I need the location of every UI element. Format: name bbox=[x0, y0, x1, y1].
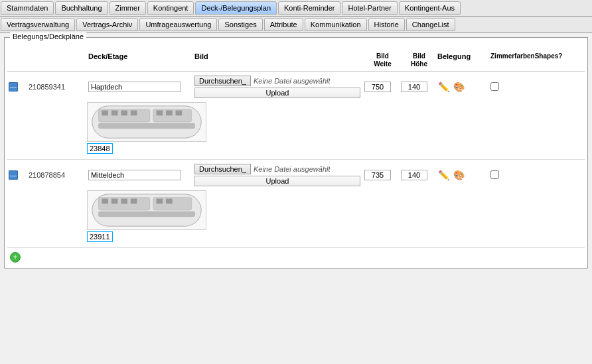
svg-rect-7 bbox=[131, 111, 137, 116]
tab-zimmer[interactable]: Zimmer bbox=[110, 1, 146, 15]
header-bild-weite: BildWeite bbox=[364, 52, 401, 68]
svg-rect-6 bbox=[121, 111, 127, 116]
palette-icon-1[interactable]: 🎨 bbox=[453, 81, 465, 93]
header-bild-hoehe: BildHöhe bbox=[401, 52, 437, 68]
svg-rect-15 bbox=[102, 199, 108, 204]
upload-btn-2[interactable]: Upload bbox=[194, 176, 360, 186]
file-section-2: Durchsuchen_ Keine Datei ausgewählt Uplo… bbox=[194, 164, 364, 186]
svg-rect-4 bbox=[102, 111, 108, 116]
shapes-checkbox-1[interactable] bbox=[490, 82, 499, 91]
shapes-checkbox-2[interactable] bbox=[490, 170, 499, 179]
minus-btn-2[interactable]: — bbox=[9, 170, 18, 180]
nav-bar-second: Vertragsverwaltung Vertrags-Archiv Umfra… bbox=[0, 17, 592, 33]
svg-rect-3 bbox=[99, 123, 195, 129]
tab-konti-reminder[interactable]: Konti-Reminder bbox=[278, 1, 340, 15]
file-row-2: Durchsuchen_ Keine Datei ausgewählt bbox=[194, 164, 364, 174]
svg-rect-9 bbox=[166, 111, 173, 116]
palette-icon-2[interactable]: 🎨 bbox=[453, 169, 465, 181]
image-id-box-1: 23848 bbox=[87, 143, 113, 154]
main-content: Belegungs/Deckpläne Deck/Etage Bild Bild… bbox=[0, 33, 592, 273]
svg-rect-5 bbox=[111, 111, 118, 116]
tab-kommunikation[interactable]: Kommunikation bbox=[305, 18, 367, 31]
ship-svg-2 bbox=[87, 190, 206, 230]
tab-attribute[interactable]: Attribute bbox=[264, 18, 303, 31]
browse-btn-2[interactable]: Durchsuchen_ bbox=[194, 164, 251, 174]
svg-rect-14 bbox=[99, 212, 195, 217]
belegung-icons-2: ✏️ 🎨 bbox=[437, 169, 490, 181]
bild-hoehe-input-2[interactable] bbox=[401, 170, 427, 180]
deck-name-cell-2 bbox=[88, 170, 194, 180]
deck-row-1-main: — 210859341 Durchsuchen_ Keine Datei aus… bbox=[7, 74, 585, 99]
bild-hoehe-cell-1 bbox=[401, 82, 437, 92]
header-deck-etage: Deck/Etage bbox=[88, 52, 194, 68]
upload-btn-1[interactable]: Upload bbox=[194, 88, 360, 98]
svg-rect-17 bbox=[121, 199, 127, 204]
deck-row-2-main: — 210878854 Durchsuchen_ Keine Datei aus… bbox=[7, 162, 585, 188]
nav-bar-top: Stammdaten Buchhaltung Zimmer Kontingent… bbox=[0, 0, 592, 17]
file-row-1: Durchsuchen_ Keine Datei ausgewählt bbox=[194, 76, 364, 86]
file-label-2: Keine Datei ausgewählt bbox=[254, 165, 331, 173]
header-bild: Bild bbox=[194, 52, 364, 68]
image-preview-1: 23848 bbox=[87, 102, 585, 154]
header-belegung: Belegung bbox=[437, 52, 490, 68]
add-deck-button[interactable]: + bbox=[10, 252, 21, 263]
file-label-1: Keine Datei ausgewählt bbox=[254, 77, 331, 85]
deck-name-input-2[interactable] bbox=[88, 170, 181, 180]
deck-row-1: — 210859341 Durchsuchen_ Keine Datei aus… bbox=[7, 72, 585, 160]
deck-name-cell-1 bbox=[88, 82, 194, 92]
svg-rect-19 bbox=[157, 199, 163, 204]
bild-hoehe-input-1[interactable] bbox=[401, 82, 427, 92]
svg-rect-16 bbox=[111, 199, 118, 204]
header-col2 bbox=[29, 52, 88, 68]
svg-rect-18 bbox=[131, 199, 137, 204]
section-box: Belegungs/Deckpläne Deck/Etage Bild Bild… bbox=[4, 37, 588, 269]
tab-vertrags-archiv[interactable]: Vertrags-Archiv bbox=[76, 18, 138, 31]
tab-buchhaltung[interactable]: Buchhaltung bbox=[55, 1, 108, 15]
svg-rect-20 bbox=[166, 199, 173, 204]
edit-icon-1[interactable]: ✏️ bbox=[437, 81, 450, 93]
bild-hoehe-cell-2 bbox=[401, 170, 437, 180]
bild-weite-cell-1 bbox=[364, 82, 401, 92]
browse-btn-1[interactable]: Durchsuchen_ bbox=[194, 76, 251, 86]
tab-kontingent-aus[interactable]: Kontingent-Aus bbox=[399, 1, 461, 15]
svg-rect-8 bbox=[157, 111, 163, 116]
deck-id-1: 210859341 bbox=[29, 83, 88, 91]
ship-svg-1 bbox=[87, 102, 206, 142]
shapes-checkbox-cell-1 bbox=[490, 82, 544, 92]
tab-kontingent[interactable]: Kontingent bbox=[147, 1, 194, 15]
shapes-checkbox-cell-2 bbox=[490, 170, 544, 180]
header-col1 bbox=[9, 52, 29, 68]
tab-vertragsverwaltung[interactable]: Vertragsverwaltung bbox=[1, 18, 75, 31]
header-col9 bbox=[544, 52, 583, 68]
edit-icon-2[interactable]: ✏️ bbox=[437, 169, 450, 181]
bild-weite-input-1[interactable] bbox=[364, 82, 391, 92]
deck-name-input-1[interactable] bbox=[88, 82, 181, 92]
tab-deck[interactable]: Deck-/Belegungsplan bbox=[195, 1, 277, 15]
minus-btn-1[interactable]: — bbox=[9, 82, 18, 91]
table-header: Deck/Etage Bild BildWeite BildHöhe Beleg… bbox=[7, 50, 585, 72]
bild-weite-cell-2 bbox=[364, 170, 401, 180]
tab-stammdaten[interactable]: Stammdaten bbox=[1, 1, 54, 15]
tab-sonstiges[interactable]: Sonstiges bbox=[218, 18, 262, 31]
bild-weite-input-2[interactable] bbox=[364, 170, 391, 180]
tab-historie[interactable]: Historie bbox=[368, 18, 405, 31]
tab-hotel-partner[interactable]: Hotel-Partner bbox=[342, 1, 397, 15]
tab-umfrageauswertung[interactable]: Umfrageauswertung bbox=[139, 18, 217, 31]
deck-row-2: — 210878854 Durchsuchen_ Keine Datei aus… bbox=[7, 160, 585, 248]
image-preview-2: 23911 bbox=[87, 190, 585, 242]
svg-rect-10 bbox=[176, 111, 183, 116]
add-row: + bbox=[7, 249, 585, 265]
header-zimmerfarben: ZimmerfarbenShapes? bbox=[490, 52, 544, 68]
image-id-box-2: 23911 bbox=[87, 231, 113, 242]
belegung-icons-1: ✏️ 🎨 bbox=[437, 81, 490, 93]
tab-changelist[interactable]: ChangeList bbox=[406, 18, 455, 31]
section-legend: Belegungs/Deckpläne bbox=[10, 32, 86, 40]
deck-id-2: 210878854 bbox=[29, 171, 88, 179]
file-section-1: Durchsuchen_ Keine Datei ausgewählt Uplo… bbox=[194, 76, 364, 98]
